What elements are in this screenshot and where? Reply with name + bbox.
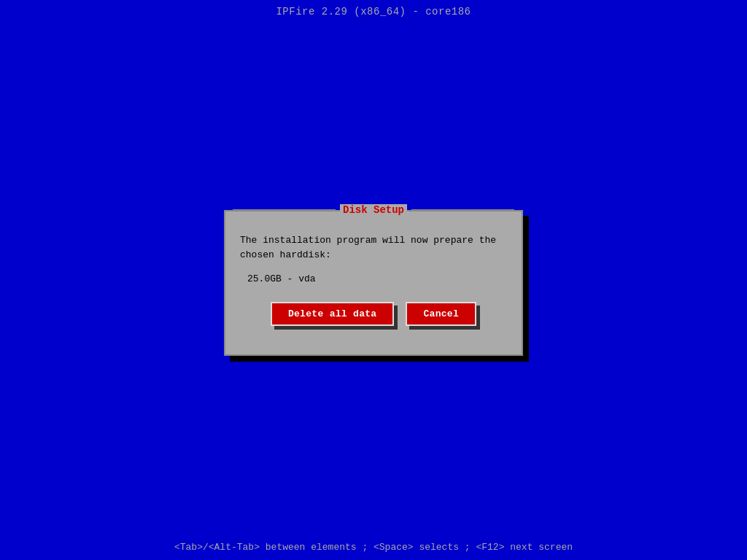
message-line2: chosen harddisk:: [240, 248, 507, 262]
app-title: IPFire 2.29 (x86_64) - core186: [0, 6, 747, 18]
delete-button-container: Delete all data: [271, 302, 395, 326]
message-line1: The installation program will now prepar…: [240, 233, 507, 248]
dialog-title-row: Disk Setup: [225, 204, 522, 216]
title-line-right: [411, 209, 514, 211]
cancel-button-container: Cancel: [406, 302, 476, 326]
dialog-message: The installation program will now prepar…: [240, 233, 507, 262]
keyboard-hint: <Tab>/<Alt-Tab> between elements ; <Spac…: [0, 542, 747, 553]
button-row: Delete all data Cancel: [240, 302, 507, 326]
dialog-title: Disk Setup: [340, 204, 407, 216]
cancel-button[interactable]: Cancel: [406, 302, 476, 326]
dialog-content: The installation program will now prepar…: [225, 211, 522, 341]
disk-setup-dialog: Disk Setup The installation program will…: [224, 210, 523, 356]
disk-info: 25.0GB - vda: [247, 273, 507, 284]
dialog-container: Disk Setup The installation program will…: [224, 210, 523, 356]
delete-all-data-button[interactable]: Delete all data: [271, 302, 395, 326]
title-line-left: [233, 209, 336, 211]
